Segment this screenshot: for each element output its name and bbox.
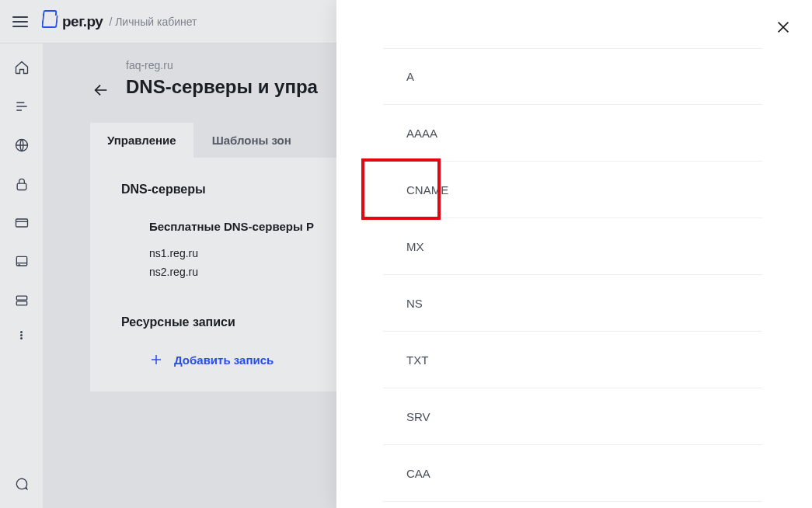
record-type-option[interactable]: TXT xyxy=(383,332,762,388)
domain-label: faq-reg.ru xyxy=(126,59,318,71)
record-type-list: AAAAACNAMEMXNSTXTSRVCAA xyxy=(383,48,762,502)
record-type-option[interactable]: A xyxy=(383,48,762,105)
svg-rect-2 xyxy=(16,219,27,227)
svg-point-4 xyxy=(19,265,19,266)
plus-icon xyxy=(149,353,163,367)
record-type-option[interactable]: CAA xyxy=(383,445,762,502)
tab-templates[interactable]: Шаблоны зон xyxy=(195,123,308,158)
globe-icon[interactable] xyxy=(13,137,30,154)
left-nav-rail xyxy=(0,43,44,508)
svg-rect-1 xyxy=(17,183,26,190)
chat-icon[interactable] xyxy=(13,475,30,492)
stack-icon[interactable] xyxy=(13,292,30,309)
back-arrow-icon[interactable] xyxy=(90,79,112,101)
lock-icon[interactable] xyxy=(13,176,30,193)
list-icon[interactable] xyxy=(13,98,30,115)
svg-rect-6 xyxy=(16,301,26,305)
record-type-option[interactable]: NS xyxy=(383,275,762,332)
record-type-option[interactable]: CNAME xyxy=(383,162,762,218)
breadcrumb: / Личный кабинет xyxy=(109,16,197,28)
home-icon[interactable] xyxy=(13,59,30,76)
svg-rect-3 xyxy=(16,256,26,266)
hamburger-menu-icon[interactable] xyxy=(12,12,31,31)
record-type-option[interactable]: AAAA xyxy=(383,105,762,162)
brand-logo[interactable]: рег.ру xyxy=(42,13,103,30)
more-icon[interactable] xyxy=(20,331,23,339)
page-title: DNS-серверы и упра xyxy=(126,76,318,98)
brand-text: рег.ру xyxy=(62,13,103,30)
record-type-option[interactable]: SRV xyxy=(383,388,762,445)
record-type-panel: AAAAACNAMEMXNSTXTSRVCAA xyxy=(336,0,812,508)
card-icon[interactable] xyxy=(13,214,30,231)
folder-icon xyxy=(41,16,58,28)
record-type-option[interactable]: MX xyxy=(383,218,762,275)
add-record-label: Добавить запись xyxy=(174,353,274,367)
tab-manage[interactable]: Управление xyxy=(90,123,193,158)
close-icon[interactable] xyxy=(775,19,792,39)
server-icon[interactable] xyxy=(13,253,30,270)
svg-rect-5 xyxy=(16,296,26,300)
